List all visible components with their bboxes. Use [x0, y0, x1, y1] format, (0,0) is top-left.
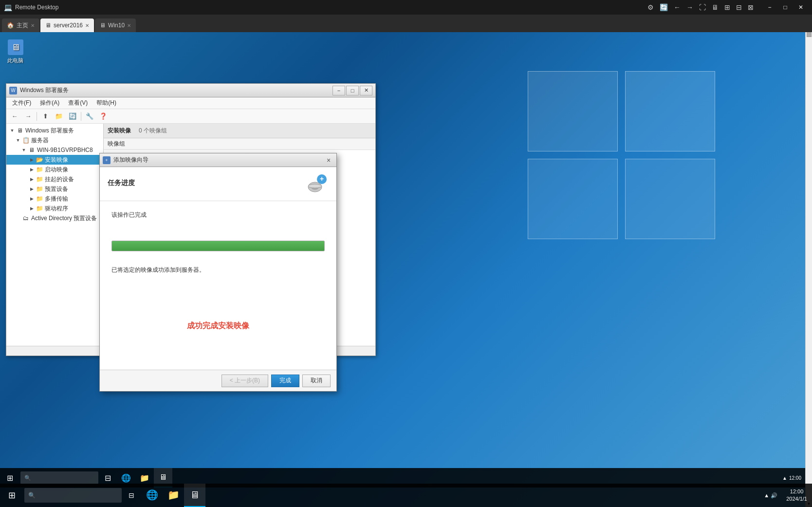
taskbar-app-active[interactable]: 🖥	[184, 484, 205, 507]
wds-maximize-btn[interactable]: □	[346, 86, 359, 95]
tree-label-server: WIN-9B1GVRPBHC8	[37, 147, 93, 153]
menu-file[interactable]: 文件(F)	[8, 98, 35, 108]
wds-tree: ▼ 🖥 Windows 部署服务 ▼ 📋 服务器 ▼ 🖥 WIN-9B	[6, 124, 104, 346]
toolbar-icon-1[interactable]: ⚙	[646, 3, 656, 11]
panel-sub-header: 映像组	[104, 138, 375, 150]
taskbar-app-explorer[interactable]: 📁	[163, 484, 184, 507]
tree-drivers[interactable]: ▶ 📁 驱动程序	[6, 204, 103, 213]
win10-tab-close[interactable]: ✕	[127, 23, 131, 28]
tree-expand-drivers[interactable]: ▶	[28, 205, 36, 212]
close-button[interactable]: ✕	[794, 1, 808, 13]
tree-expand-server[interactable]: ▼	[20, 146, 28, 154]
toolbar-icon-7[interactable]: ⊞	[722, 3, 732, 11]
tree-servers[interactable]: ▼ 📋 服务器	[6, 135, 103, 145]
inner-search-box[interactable]: 🔍	[20, 471, 98, 484]
taskbar-time: 12:00	[786, 488, 807, 495]
wizard-close-btn[interactable]: ×	[324, 155, 333, 165]
taskbar-app-ie[interactable]: 🌐	[141, 484, 163, 507]
tree-multicast[interactable]: ▶ 📁 多播传输	[6, 194, 103, 204]
tree-icon-install: 📂	[36, 156, 43, 164]
wizard-body: 该操作已完成 已将选定的映像成功添加到服务器。 成功完成安装映像	[100, 201, 336, 370]
taskbar-clock: 12:00 2024/1/1	[781, 488, 812, 503]
scrollbar-right[interactable]: ▲ ▼	[805, 0, 812, 507]
app-window-controls: − □ ✕	[762, 1, 808, 13]
wizard-back-btn[interactable]: < 上一步(B)	[221, 375, 268, 387]
tree-install-image[interactable]: ▶ 📂 安装映像	[6, 155, 103, 165]
taskbar-sys-tray: ▲ 🔊	[764, 492, 781, 499]
toolbar-folder[interactable]: 📁	[53, 111, 65, 122]
home-tab-close[interactable]: ✕	[31, 23, 35, 28]
minimize-button[interactable]: −	[762, 1, 777, 13]
tree-boot-image[interactable]: ▶ 📁 启动映像	[6, 165, 103, 174]
tree-expand-install[interactable]: ▶	[28, 156, 36, 164]
outer-taskbar: ⊞ 🔍 ⊟ 🌐 📁 🖥 ▲ 🔊 12:00 2024/1/1	[0, 484, 812, 507]
tree-prestaged[interactable]: ▶ 📁 预置设备	[6, 184, 103, 194]
inner-sys-time: 12:00	[789, 475, 801, 481]
wizard-success-big: 成功完成安装映像	[111, 321, 325, 331]
tab-server2016[interactable]: 🖥 server2016 ✕	[40, 19, 94, 32]
my-computer-label: 此电脑	[7, 57, 23, 64]
toolbar-forward[interactable]: →	[22, 111, 35, 122]
wds-toolbar: ← → ⬆ 📁 🔄 🔧 ❓	[6, 109, 375, 124]
toolbar-properties[interactable]: 🔧	[83, 111, 96, 122]
toolbar-help[interactable]: ❓	[97, 111, 110, 122]
toolbar-sep-1	[37, 112, 37, 121]
progress-bar	[112, 241, 324, 251]
task-view-btn[interactable]: ⊟	[122, 484, 141, 507]
home-tab-label: 主页	[17, 21, 28, 30]
wizard-dialog: + 添加映像向导 × 任务进度 +	[99, 153, 337, 392]
server2016-tab-close[interactable]: ✕	[85, 23, 89, 28]
my-computer-image: 🖥	[8, 39, 23, 55]
wizard-cancel-btn[interactable]: 取消	[302, 375, 331, 387]
menu-help[interactable]: 帮助(H)	[92, 98, 120, 108]
toolbar-icon-5[interactable]: ⛶	[697, 3, 708, 11]
wizard-title-icon: +	[103, 156, 111, 164]
tree-label-multicast: 多播传输	[45, 195, 68, 203]
inner-search-icon: 🔍	[24, 475, 31, 481]
inner-taskbar-sys: ▲ 12:00	[782, 475, 805, 481]
tree-root[interactable]: ▼ 🖥 Windows 部署服务	[6, 126, 103, 135]
toolbar-icon-9[interactable]: ⊠	[746, 3, 756, 11]
toolbar-icon-4[interactable]: →	[684, 3, 695, 11]
taskbar-search[interactable]: 🔍	[24, 488, 122, 503]
tab-home[interactable]: 🏠 主页 ✕	[2, 19, 39, 32]
taskbar-search-icon: 🔍	[28, 492, 36, 499]
tree-label-root: Windows 部署服务	[25, 127, 74, 135]
wds-menubar: 文件(F) 操作(A) 查看(V) 帮助(H)	[6, 97, 375, 109]
wds-window-controls: − □ ✕	[332, 86, 372, 95]
tab-win10[interactable]: 🖥 Win10 ✕	[95, 19, 136, 32]
toolbar-icon-3[interactable]: ←	[672, 3, 683, 11]
wizard-success-msg: 已将选定的映像成功添加到服务器。	[111, 266, 325, 274]
tree-expand-boot[interactable]: ▶	[28, 166, 36, 173]
toolbar-icon-8[interactable]: ⊟	[734, 3, 744, 11]
wds-minimize-btn[interactable]: −	[332, 86, 345, 95]
maximize-button[interactable]: □	[778, 1, 793, 13]
tree-expand-prestaged[interactable]: ▶	[28, 185, 36, 193]
svg-point-5	[308, 184, 322, 188]
tree-expand-servers[interactable]: ▼	[14, 136, 22, 144]
tree-pending[interactable]: ▶ 📁 挂起的设备	[6, 174, 103, 184]
tree-server-node[interactable]: ▼ 🖥 WIN-9B1GVRPBHC8	[6, 145, 103, 155]
server2016-tab-label: server2016	[54, 22, 83, 29]
panel-header-info: 0 个映像组	[139, 127, 167, 135]
tree-expand-multicast[interactable]: ▶	[28, 195, 36, 203]
toolbar-icon-2[interactable]: 🔄	[658, 3, 670, 11]
toolbar-up[interactable]: ⬆	[39, 111, 52, 122]
wds-close-btn[interactable]: ✕	[360, 86, 372, 95]
my-computer-icon[interactable]: 🖥 此电脑	[7, 39, 23, 64]
toolbar-refresh[interactable]: 🔄	[66, 111, 79, 122]
toolbar-icon-6[interactable]: 🖥	[710, 3, 720, 11]
wizard-header-icon: +	[305, 172, 329, 196]
wizard-finish-btn[interactable]: 完成	[271, 375, 299, 387]
wds-titlebar: W Windows 部署服务 − □ ✕	[6, 84, 375, 97]
menu-view[interactable]: 查看(V)	[64, 98, 92, 108]
tree-expand-root[interactable]: ▼	[8, 127, 16, 134]
toolbar-back[interactable]: ←	[8, 111, 21, 122]
menu-action[interactable]: 操作(A)	[36, 98, 63, 108]
wds-title-icon: W	[9, 87, 17, 94]
start-button[interactable]: ⊞	[0, 484, 23, 507]
tree-expand-pending[interactable]: ▶	[28, 175, 36, 183]
tree-ad-prestaged[interactable]: 🗂 Active Directory 预置设备	[6, 213, 103, 223]
inner-win-logo	[513, 56, 757, 349]
wizard-header: 任务进度 +	[100, 167, 336, 201]
